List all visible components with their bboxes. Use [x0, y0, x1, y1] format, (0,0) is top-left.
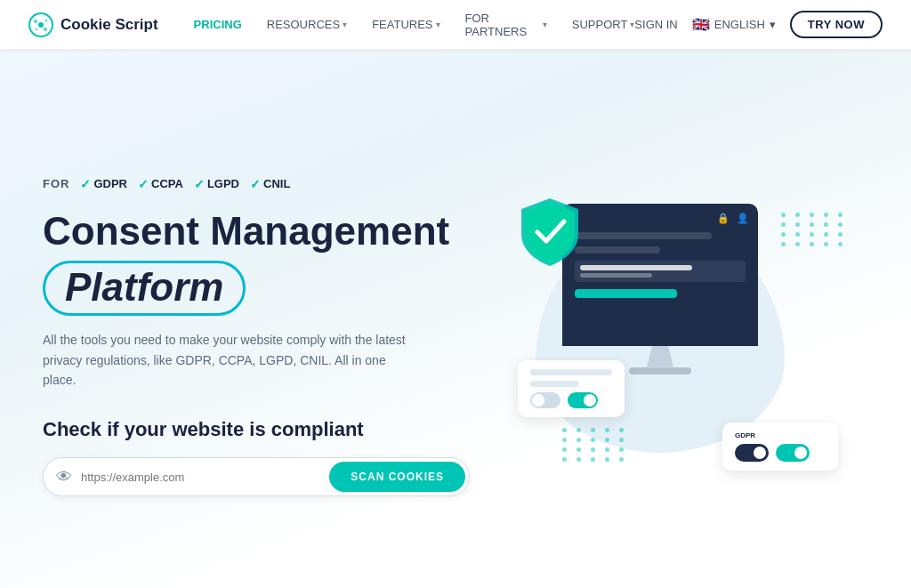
- screen-bar-1: [575, 232, 712, 239]
- chevron-down-icon: ▾: [436, 20, 440, 29]
- svg-point-5: [36, 28, 38, 30]
- shield-illustration: [518, 195, 582, 268]
- toggle-row-2: [735, 444, 826, 462]
- svg-point-3: [45, 19, 48, 21]
- lock-icon: 🔒: [717, 213, 730, 224]
- sign-in-link[interactable]: SIGN IN: [634, 18, 677, 31]
- navigation: Cookie Script PRICING RESOURCES ▾ FEATUR…: [0, 0, 911, 50]
- screen-cta-bar: [575, 289, 677, 298]
- monitor-stand: [647, 346, 673, 367]
- scan-bar: 👁 SCAN COOKIES: [43, 457, 470, 496]
- svg-point-2: [34, 20, 37, 23]
- float-line-2: [530, 381, 579, 387]
- gdpr-label: GDPR: [735, 431, 826, 439]
- toggle-row-1: [530, 392, 612, 408]
- flag-icon: 🇬🇧: [692, 16, 710, 33]
- toggle-knob: [584, 394, 596, 407]
- hero-description: All the tools you need to make your webs…: [43, 330, 416, 390]
- person-icon: 👤: [737, 213, 749, 224]
- illustration-wrapper: 🔒 👤: [509, 186, 847, 488]
- scan-button[interactable]: SCAN COOKIES: [329, 462, 465, 492]
- chevron-down-icon: ▾: [543, 20, 547, 29]
- check-icon: ✓: [250, 177, 261, 191]
- toggle-knob: [532, 394, 544, 407]
- nav-partners[interactable]: FOR PARTNERS ▾: [465, 12, 547, 38]
- nav-support[interactable]: SUPPORT ▾: [572, 18, 635, 31]
- float-card-gdpr: GDPR: [722, 423, 838, 471]
- logo-icon: [28, 12, 53, 37]
- monitor-base: [629, 367, 691, 375]
- toggle-knob-dark: [754, 447, 766, 459]
- toggle-green: [776, 444, 810, 462]
- svg-point-4: [44, 28, 47, 31]
- dot-grid-top-right: [781, 213, 847, 246]
- svg-point-1: [38, 22, 44, 28]
- toggle-knob-green: [794, 447, 807, 459]
- chevron-down-icon: ▾: [770, 18, 776, 31]
- hero-section: FOR ✓ GDPR ✓ CCPA ✓ LGPD ✓ CNIL Consent …: [0, 50, 911, 588]
- check-title: Check if your website is compliant: [43, 418, 488, 441]
- eye-icon: 👁: [56, 468, 72, 487]
- logo-link[interactable]: Cookie Script: [28, 12, 158, 37]
- float-card-toggles: [518, 360, 625, 417]
- check-icon: ✓: [80, 177, 91, 191]
- check-icon: ✓: [194, 177, 205, 191]
- lgpd-badge: ✓ LGPD: [194, 177, 239, 191]
- try-now-button[interactable]: TRY NOW: [790, 11, 883, 38]
- nav-resources[interactable]: RESOURCES ▾: [267, 18, 347, 31]
- hero-headline: Consent Management: [43, 209, 488, 254]
- language-selector[interactable]: 🇬🇧 ENGLISH ▾: [692, 16, 776, 33]
- screen-bar-2: [575, 246, 660, 254]
- toggle-on: [568, 392, 598, 408]
- url-input[interactable]: [81, 471, 329, 484]
- dot-grid-bottom-left: [562, 428, 628, 462]
- gdpr-badge: ✓ GDPR: [80, 177, 127, 191]
- float-line-1: [530, 369, 612, 375]
- nav-pricing[interactable]: PRICING: [194, 18, 242, 31]
- toggle-dark: [735, 444, 769, 462]
- hero-illustration: 🔒 👤: [488, 186, 868, 488]
- ccpa-badge: ✓ CCPA: [138, 177, 183, 191]
- monitor-illustration: 🔒 👤: [562, 204, 758, 375]
- check-icon: ✓: [138, 177, 149, 191]
- nav-links: PRICING RESOURCES ▾ FEATURES ▾ FOR PARTN…: [194, 12, 635, 38]
- toggle-off: [530, 392, 560, 408]
- compliance-for-label: FOR: [43, 177, 69, 190]
- nav-right: SIGN IN 🇬🇧 ENGLISH ▾ TRY NOW: [634, 11, 883, 38]
- hero-content: FOR ✓ GDPR ✓ CCPA ✓ LGPD ✓ CNIL Consent …: [43, 177, 488, 497]
- shield-icon: [518, 195, 582, 268]
- cnil-badge: ✓ CNIL: [250, 177, 290, 191]
- nav-features[interactable]: FEATURES ▾: [372, 18, 439, 31]
- chevron-down-icon: ▾: [343, 20, 347, 29]
- monitor-screen: 🔒 👤: [562, 204, 758, 346]
- platform-highlight: Platform: [43, 261, 246, 316]
- platform-text: Platform: [43, 261, 246, 316]
- brand-name: Cookie Script: [60, 16, 158, 34]
- screen-icons: 🔒 👤: [717, 213, 749, 224]
- compliance-badges: FOR ✓ GDPR ✓ CCPA ✓ LGPD ✓ CNIL: [43, 177, 488, 191]
